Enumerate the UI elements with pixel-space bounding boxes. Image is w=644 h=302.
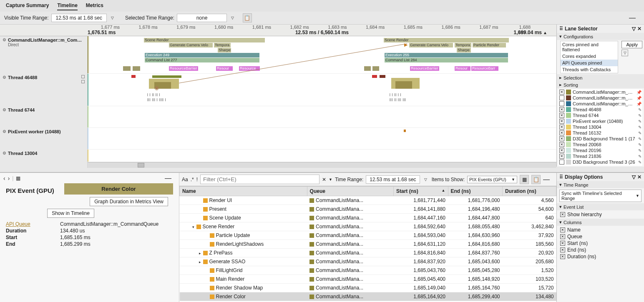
pencil-icon[interactable]: ✎	[638, 160, 641, 165]
close-icon[interactable]: ✕	[637, 26, 641, 32]
apply-button[interactable]: Apply	[621, 41, 642, 48]
time-range-value[interactable]: 12.53 ms at 1.68 sec	[366, 175, 420, 184]
thread-row[interactable]: D3D Background Thread 3 (26 ✎	[558, 159, 642, 165]
pencil-icon[interactable]: ✎	[638, 154, 641, 159]
sorting-header[interactable]: ▸Sorting	[557, 81, 644, 88]
tab-metrics[interactable]: Metrics	[86, 1, 103, 10]
table-row[interactable]: ▾Scene Render CommandListMana... 1,684,5…	[180, 222, 556, 231]
pencil-icon[interactable]: ✎	[638, 113, 641, 118]
config-item[interactable]: Threads with Callstacks	[561, 66, 618, 73]
column-header[interactable]: Start (ns) ▲	[393, 187, 448, 196]
block-tempora[interactable]: Tempora	[455, 43, 471, 47]
checkbox-icon[interactable]	[81, 75, 85, 78]
column-checkbox[interactable]: ✕	[560, 227, 565, 232]
block-resour[interactable]: Resour	[216, 66, 233, 71]
grip-icon[interactable]: ⠿	[559, 26, 563, 32]
grip-icon[interactable]: ⠿	[559, 174, 563, 180]
block-sharpe[interactable]: Sharpe	[218, 48, 231, 52]
table-row[interactable]: Scene Update CommandListMana... 1,684,44…	[180, 214, 556, 222]
block-resourcebarr[interactable]: ResourceBarr	[471, 66, 498, 71]
table-row[interactable]: Render UI CommandListMana... 1,681,771,4…	[180, 196, 556, 205]
lane-label-pixeventworker[interactable]: ⚙ PixEvent worker (10488)	[0, 128, 87, 150]
thread-row[interactable]: ✕ Thread 21836 ✎	[558, 153, 642, 159]
column-checkbox[interactable]: ✕	[560, 254, 565, 259]
thread-row[interactable]: CommandListManager::m_Cor 📌	[558, 95, 642, 101]
lane-label-thread6744[interactable]: ⚙ Thread 6744	[0, 106, 87, 128]
thread-row[interactable]: ✕ PixEvent worker (10488) ✎	[558, 118, 642, 124]
configurations-list[interactable]: Cores pinned and flattenedCores expanded…	[560, 41, 618, 73]
timeline-scrollbar[interactable]	[88, 162, 556, 168]
pin-icon[interactable]: 📌	[636, 90, 641, 95]
visible-range-value[interactable]: 12.53 ms at 1.68 sec	[51, 14, 107, 22]
block-scene-render[interactable]: Scene Render	[384, 38, 509, 42]
forward-arrow-icon[interactable]: ›	[8, 175, 10, 182]
minimize-icon[interactable]: —	[165, 175, 176, 182]
expand-icon[interactable]: ▸	[199, 260, 203, 264]
table-row[interactable]: Particle Update CommandListMana... 1,684…	[180, 231, 556, 240]
thread-row[interactable]: ✕ Thread 46488 ✎	[558, 107, 642, 112]
pencil-icon[interactable]: ✎	[638, 148, 641, 153]
lane-label-thread13004[interactable]: ⚙ Thread 13004	[0, 150, 87, 162]
expand-icon[interactable]: ▸	[199, 251, 203, 255]
tab-capture-summary[interactable]: Capture Summary	[6, 1, 49, 10]
block-resourcebarrier[interactable]: ResourceBarrier	[410, 66, 439, 71]
tab-timeline[interactable]: Timeline	[57, 1, 77, 10]
pin-icon[interactable]: 📌	[636, 96, 641, 100]
block-execution-255[interactable]: Execution 255	[385, 53, 508, 57]
config-dropdown-icon[interactable]: ▽	[621, 50, 628, 56]
block-tempora[interactable]: Tempora	[214, 43, 231, 47]
config-item[interactable]: Cores pinned and flattened	[561, 41, 618, 53]
block-resource[interactable]: Resource	[239, 66, 260, 71]
detail-table-icon[interactable]: ▦	[16, 175, 20, 181]
thread-row[interactable]: ✕ D3D Background Thread 1 (17 ✎	[558, 136, 642, 142]
gear-icon[interactable]: ⚙	[3, 37, 6, 42]
thread-checkbox[interactable]	[559, 160, 564, 165]
clear-filter-icon[interactable]: ✕	[322, 177, 326, 182]
block-small[interactable]	[364, 66, 371, 71]
dropdown-icon[interactable]: ▽	[632, 174, 636, 180]
block-commandlist-284[interactable]: Command List 284	[385, 58, 508, 62]
filter-dropdown-icon[interactable]: ▼	[329, 177, 332, 182]
table-row[interactable]: Render Color CommandListMana... 1,685,16…	[180, 292, 556, 301]
up-arrow-icon[interactable]: ▲	[543, 30, 547, 35]
minimize-icon[interactable]: —	[629, 14, 640, 22]
block-execution-249[interactable]: Execution 249	[145, 53, 259, 57]
thread-checkbox[interactable]: ✕	[559, 113, 564, 118]
copy-icon[interactable]: 📋	[531, 175, 541, 184]
pencil-icon[interactable]: ✎	[638, 142, 641, 147]
checkbox-icon[interactable]	[81, 80, 85, 83]
config-item[interactable]: Cores expanded	[561, 53, 618, 60]
configurations-header[interactable]: ▾Configurations	[557, 33, 644, 40]
selected-range-dropdown-icon[interactable]: ▽	[229, 15, 236, 21]
column-checkbox[interactable]: ✕	[560, 247, 565, 252]
lane-label-thread46488[interactable]: ⚙ Thread 46488	[0, 74, 87, 106]
pencil-icon[interactable]: ✎	[638, 125, 641, 130]
block-gen-camera[interactable]: Generate Camera Velo	[169, 43, 213, 47]
thread-checkbox[interactable]: ✕	[559, 148, 564, 153]
table-row[interactable]: Present CommandListMana... 1,684,141,880…	[180, 205, 556, 214]
thread-checkbox[interactable]: ✕	[559, 90, 564, 95]
pencil-icon[interactable]: ✎	[638, 137, 641, 141]
time-range-dropdown-icon[interactable]: ▽	[423, 176, 429, 183]
thread-row[interactable]: ✕ Thread 16132 ✎	[558, 130, 642, 136]
thread-row[interactable]: ✕ Thread 13004 ✎	[558, 124, 642, 130]
pencil-icon[interactable]: ✎	[638, 131, 641, 135]
block-scene-render[interactable]: Scene Render	[144, 38, 265, 42]
thread-checkbox[interactable]: ✕	[559, 142, 564, 147]
column-checkbox[interactable]: ✕	[560, 241, 565, 246]
clipboard-icon[interactable]: 📋	[243, 13, 252, 22]
lane-tracks[interactable]: Scene Render Generate Camera Velo Tempor…	[88, 36, 556, 168]
render-color-button[interactable]: Render Color	[64, 183, 173, 195]
thread-checkbox[interactable]: ✕	[559, 119, 564, 124]
thread-checkbox[interactable]: ✕	[559, 125, 564, 130]
block-resourcebarrier[interactable]: ResourceBarrier	[169, 66, 198, 71]
gear-icon[interactable]: ⚙	[3, 151, 6, 155]
table-row[interactable]: Main Render CommandListMana... 1,685,045…	[180, 275, 556, 284]
columns-section[interactable]: ▾Columns	[557, 219, 644, 226]
negate-icon[interactable]: !	[196, 177, 198, 182]
pencil-icon[interactable]: ✎	[638, 119, 641, 124]
column-header[interactable]: Duration (ns)	[503, 187, 556, 196]
regex-icon[interactable]: .*	[191, 177, 194, 182]
minimize-icon[interactable]: —	[543, 176, 554, 183]
thread-row[interactable]: ✕ Thread 6744 ✎	[558, 112, 642, 118]
